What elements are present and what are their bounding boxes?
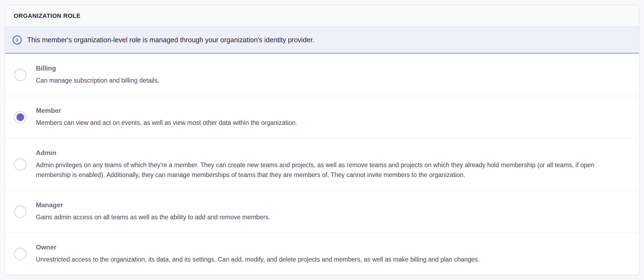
idp-managed-alert: i This member's organization-level role … bbox=[5, 27, 639, 54]
role-radio-button[interactable] bbox=[14, 248, 27, 260]
role-description: Unrestricted access to the organization,… bbox=[36, 254, 480, 264]
role-label: Manager bbox=[36, 201, 270, 209]
role-row-owner[interactable]: Owner Unrestricted access to the organiz… bbox=[5, 233, 639, 275]
role-radio-button[interactable] bbox=[14, 205, 27, 218]
radio-dot bbox=[16, 161, 24, 168]
role-label: Admin bbox=[36, 149, 628, 157]
role-radio-button[interactable] bbox=[14, 69, 27, 81]
role-label: Owner bbox=[36, 243, 480, 251]
role-radio-button[interactable] bbox=[14, 111, 27, 124]
role-text: Owner Unrestricted access to the organiz… bbox=[36, 243, 480, 264]
role-radio-button[interactable] bbox=[14, 158, 27, 171]
role-text: Manager Gains admin access on all teams … bbox=[36, 201, 270, 222]
radio-dot bbox=[16, 208, 24, 215]
role-text: Member Members can view and act on event… bbox=[36, 107, 297, 128]
radio-dot bbox=[16, 71, 24, 79]
page: ORGANIZATION ROLE i This member's organi… bbox=[0, 0, 644, 275]
role-description: Admin privileges on any teams of which t… bbox=[36, 160, 628, 180]
organization-role-panel: ORGANIZATION ROLE i This member's organi… bbox=[5, 5, 639, 275]
radio-dot bbox=[16, 113, 24, 121]
panel-header: ORGANIZATION ROLE bbox=[5, 5, 639, 27]
role-description: Members can view and act on events, as w… bbox=[36, 118, 297, 128]
role-label: Billing bbox=[36, 64, 159, 72]
role-label: Member bbox=[36, 107, 297, 114]
role-row-billing[interactable]: Billing Can manage subscription and bill… bbox=[5, 54, 639, 96]
role-text: Admin Admin privileges on any teams of w… bbox=[36, 149, 628, 180]
alert-text: This member's organization-level role is… bbox=[27, 35, 314, 44]
role-description: Gains admin access on all teams as well … bbox=[36, 212, 270, 222]
role-row-member[interactable]: Member Members can view and act on event… bbox=[5, 96, 639, 138]
radio-dot bbox=[16, 250, 24, 258]
role-row-manager[interactable]: Manager Gains admin access on all teams … bbox=[5, 191, 639, 233]
role-row-admin[interactable]: Admin Admin privileges on any teams of w… bbox=[5, 138, 639, 191]
panel-title: ORGANIZATION ROLE bbox=[14, 12, 630, 20]
role-radio-list: Billing Can manage subscription and bill… bbox=[5, 54, 639, 275]
role-text: Billing Can manage subscription and bill… bbox=[36, 64, 159, 85]
info-icon: i bbox=[13, 35, 22, 44]
role-description: Can manage subscription and billing deta… bbox=[36, 75, 159, 85]
